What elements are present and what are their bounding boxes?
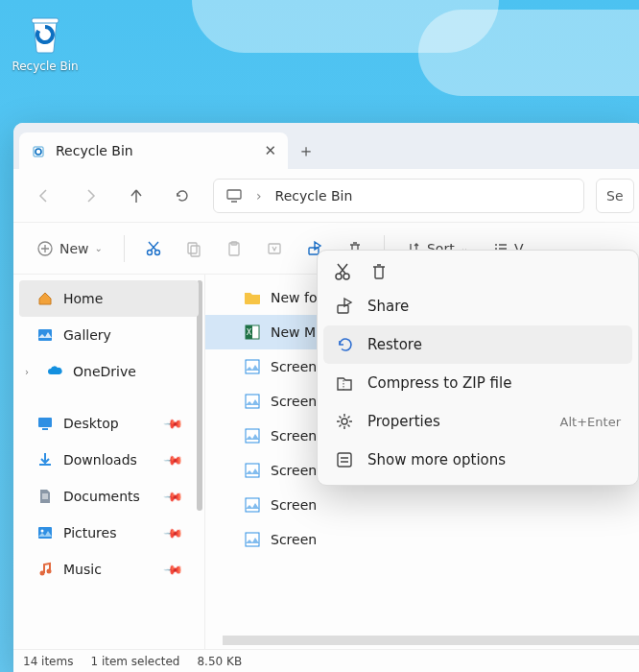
svg-rect-0 <box>32 18 59 23</box>
image-file-icon <box>244 462 261 479</box>
svg-rect-26 <box>246 464 259 477</box>
desktop-recycle-bin-label: Recycle Bin <box>10 60 81 73</box>
svg-rect-28 <box>246 533 259 546</box>
ctx-restore[interactable]: Restore <box>323 325 632 364</box>
file-name: Screen <box>271 497 317 513</box>
new-tab-button[interactable]: ＋ <box>288 132 324 169</box>
pin-icon: 📌 <box>163 449 184 470</box>
forward-button[interactable] <box>69 177 111 215</box>
sidebar-item-downloads[interactable]: Downloads 📌 <box>19 442 199 478</box>
svg-point-6 <box>154 250 159 254</box>
context-menu: Share Restore Compress to ZIP file Prope… <box>317 250 639 486</box>
ctx-share[interactable]: Share <box>323 287 632 325</box>
svg-point-5 <box>147 250 152 254</box>
breadcrumb-bar[interactable]: › Recycle Bin <box>213 179 584 213</box>
svg-point-29 <box>336 274 342 279</box>
sidebar-item-music[interactable]: Music 📌 <box>19 551 199 588</box>
new-label: New <box>59 241 89 256</box>
home-icon <box>36 290 54 307</box>
ctx-cut-button[interactable] <box>333 262 352 281</box>
file-row[interactable]: Screen <box>205 522 639 557</box>
ctx-more-options[interactable]: Show more options <box>323 441 632 479</box>
svg-rect-27 <box>246 498 259 512</box>
sidebar-item-label: Gallery <box>63 327 111 343</box>
file-name: Screen <box>271 359 317 374</box>
sidebar-item-label: Desktop <box>63 416 119 431</box>
file-name: Screen <box>271 394 317 409</box>
sidebar-item-label: Downloads <box>63 452 137 468</box>
svg-rect-15 <box>42 428 48 430</box>
svg-point-30 <box>343 274 349 279</box>
ctx-label: Restore <box>367 336 422 353</box>
sidebar-item-label: OneDrive <box>73 364 136 379</box>
pin-icon: 📌 <box>163 413 184 434</box>
ctx-shortcut: Alt+Enter <box>560 415 621 429</box>
more-icon <box>335 450 354 469</box>
rename-button[interactable] <box>257 231 292 266</box>
svg-rect-25 <box>246 429 259 443</box>
sidebar-item-desktop[interactable]: Desktop 📌 <box>19 405 199 442</box>
restore-icon <box>335 335 354 354</box>
close-tab-button[interactable]: ✕ <box>264 142 276 159</box>
ctx-properties[interactable]: Properties Alt+Enter <box>323 402 632 441</box>
breadcrumb-text: Recycle Bin <box>275 188 353 204</box>
downloads-icon <box>36 451 54 468</box>
pin-icon: 📌 <box>163 559 184 580</box>
share-icon <box>335 297 354 316</box>
svg-rect-24 <box>246 395 259 408</box>
horizontal-scrollbar[interactable] <box>223 636 639 645</box>
ctx-label: Share <box>367 298 409 315</box>
svg-point-19 <box>47 569 52 574</box>
svg-rect-16 <box>38 527 52 539</box>
monitor-icon <box>225 187 243 204</box>
ctx-label: Compress to ZIP file <box>367 374 511 392</box>
onedrive-icon <box>46 363 63 380</box>
sidebar-item-label: Pictures <box>63 525 116 540</box>
svg-rect-31 <box>338 305 348 313</box>
desktop-recycle-bin[interactable]: Recycle Bin <box>10 10 81 73</box>
svg-rect-33 <box>338 453 351 467</box>
status-bar: 14 items 1 item selected 8.50 KB <box>13 649 639 672</box>
ctx-label: Show more options <box>367 451 506 468</box>
sidebar-item-pictures[interactable]: Pictures 📌 <box>19 515 199 551</box>
refresh-button[interactable] <box>161 177 203 215</box>
ctx-compress[interactable]: Compress to ZIP file <box>323 364 632 402</box>
recycle-bin-icon <box>22 10 68 56</box>
search-box[interactable]: Se <box>596 179 634 213</box>
back-button[interactable] <box>23 177 65 215</box>
tab-recycle-bin[interactable]: Recycle Bin ✕ <box>19 132 288 169</box>
pin-icon: 📌 <box>163 522 184 543</box>
image-file-icon <box>244 531 261 548</box>
chevron-down-icon: ⌄ <box>95 243 103 253</box>
up-button[interactable] <box>115 177 157 215</box>
pictures-icon <box>36 524 54 541</box>
sidebar-item-home[interactable]: Home <box>19 280 199 317</box>
documents-icon <box>36 488 54 505</box>
chevron-right-icon: › <box>256 188 262 204</box>
status-selected: 1 item selected <box>90 655 179 668</box>
new-button[interactable]: New ⌄ <box>27 231 112 266</box>
image-file-icon <box>244 393 261 410</box>
ctx-delete-button[interactable] <box>369 262 389 281</box>
copy-button[interactable] <box>177 231 211 266</box>
file-name: Screen <box>271 428 317 444</box>
gallery-icon <box>36 326 54 344</box>
image-file-icon <box>244 427 261 444</box>
search-placeholder: Se <box>606 188 624 204</box>
desktop-icon <box>36 415 54 432</box>
cut-button[interactable] <box>136 231 171 266</box>
recycle-bin-small-icon <box>31 143 46 158</box>
paste-button[interactable] <box>217 231 251 266</box>
svg-point-17 <box>41 530 44 533</box>
sidebar-item-label: Documents <box>63 489 140 504</box>
sidebar-item-documents[interactable]: Documents 📌 <box>19 478 199 515</box>
chevron-right-icon: › <box>25 367 29 377</box>
pin-icon: 📌 <box>163 486 184 507</box>
sidebar-item-label: Music <box>63 562 102 577</box>
sidebar-item-label: Home <box>63 291 103 306</box>
sidebar-item-gallery[interactable]: Gallery <box>19 317 199 353</box>
svg-rect-7 <box>188 243 197 253</box>
tab-title: Recycle Bin <box>56 143 133 158</box>
sidebar-item-onedrive[interactable]: › OneDrive <box>19 353 199 390</box>
file-row[interactable]: Screen <box>205 488 639 522</box>
